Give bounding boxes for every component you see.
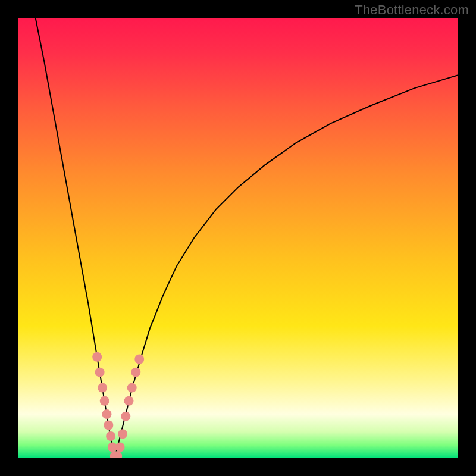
data-marker xyxy=(98,383,107,393)
curve-right-branch xyxy=(115,75,458,458)
data-marker xyxy=(115,443,125,452)
data-marker xyxy=(134,355,144,364)
data-marker xyxy=(118,429,127,439)
data-marker xyxy=(106,431,115,441)
watermark-text: TheBottleneck.com xyxy=(355,2,469,18)
data-marker xyxy=(104,421,113,430)
chart-svg xyxy=(18,18,458,458)
data-marker xyxy=(131,368,140,377)
chart-frame: TheBottleneck.com xyxy=(0,0,476,476)
data-marker xyxy=(124,396,133,406)
data-marker xyxy=(102,409,111,419)
data-marker xyxy=(95,368,105,377)
data-marker xyxy=(100,396,109,406)
data-marker xyxy=(127,383,137,393)
data-marker xyxy=(92,352,102,362)
plot-area xyxy=(18,18,458,458)
data-marker xyxy=(121,412,130,421)
